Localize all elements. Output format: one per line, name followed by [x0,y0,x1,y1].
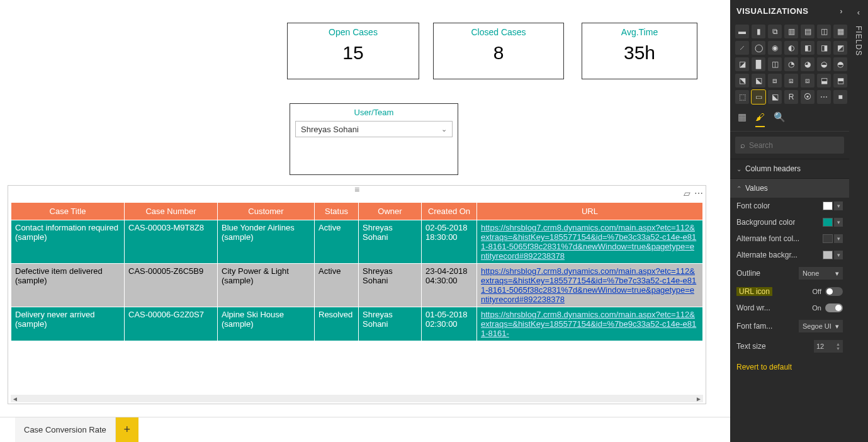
page-tab[interactable]: Case Conversion Rate [15,417,116,442]
slicer-dropdown[interactable]: Shreyas Sohani ⌄ [295,121,453,137]
url-link[interactable]: https://shrsblog7.crm8.dynamics.com/main… [481,266,696,304]
viz-type-icon[interactable]: ▭ [752,90,765,104]
viz-type-icon[interactable]: ◉ [768,41,782,55]
color-picker[interactable]: ▾ [823,234,843,243]
chevron-right-icon[interactable]: › [840,6,843,16]
viz-type-icon[interactable]: ◓ [833,57,847,71]
search-input[interactable] [749,141,843,150]
card-open-cases[interactable]: Open Cases 15 [287,23,419,79]
table-cell: 23-04-2018 04:30:00 [422,264,477,307]
format-tab-icon[interactable]: 🖌 [755,111,765,127]
column-header[interactable]: Case Title [11,203,125,220]
viz-type-icon[interactable]: ⋯ [817,90,831,104]
column-header[interactable]: Customer [218,203,315,220]
section-label: Values [745,184,768,193]
viz-type-icon[interactable]: ▤ [801,25,814,38]
visual-toolbar: ▱ ⋯ [684,188,703,198]
viz-type-icon[interactable]: ◩ [833,41,847,55]
color-picker[interactable]: ▾ [823,201,843,210]
viz-type-icon[interactable]: ⬚ [735,90,749,104]
scroll-left-icon[interactable]: ◄ [12,395,18,402]
color-picker[interactable]: ▾ [823,218,843,227]
card-closed-cases[interactable]: Closed Cases 8 [433,23,564,79]
viz-type-icon[interactable]: ◨ [817,41,831,55]
horizontal-scrollbar[interactable]: ◄ ► [11,395,703,402]
url-icon-toggle[interactable]: Off [813,287,843,296]
viz-type-icon[interactable]: ⧆ [784,74,798,88]
viz-type-icon[interactable]: ⬔ [735,74,749,88]
viz-type-icon[interactable]: ◕ [801,57,814,71]
chevron-up-icon: ⌃ [736,185,741,192]
viz-type-icon[interactable]: R [784,90,798,104]
viz-type-icon[interactable]: ⦿ [801,90,814,104]
card-value: 35h [582,42,697,64]
column-header[interactable]: URL [477,203,703,220]
chevron-down-icon: ▾ [834,218,843,227]
prop-font-color: Font color ▾ [730,198,849,214]
viz-type-icon[interactable]: ⟋ [735,41,749,55]
viz-type-icon[interactable]: ◒ [817,57,831,71]
chevron-left-icon[interactable]: ‹ [857,8,860,17]
viz-type-icon[interactable]: ⧉ [768,25,782,38]
viz-type-icon[interactable]: ⬓ [817,74,831,88]
viz-type-icon[interactable]: ⧈ [768,74,782,88]
scroll-right-icon[interactable]: ► [696,395,702,402]
column-header[interactable]: Case Number [125,203,218,220]
viz-type-icon[interactable]: ▥ [784,25,798,38]
prop-font-family: Font fam... Segoe UI ▾ [730,316,849,336]
chevron-down-icon: ⌄ [441,125,447,133]
wordwrap-toggle[interactable]: On [812,303,843,312]
viz-type-icon[interactable]: ◯ [752,41,765,55]
slicer-title: User/Team [290,108,458,117]
viz-type-icon[interactable]: ◫ [817,25,831,38]
viz-type-icon[interactable]: ⬒ [833,74,847,88]
text-size-input[interactable]: 12 ▲▼ [814,340,843,353]
table-visual[interactable]: ≡ ▱ ⋯ Case TitleCase NumberCustomerStatu… [8,185,706,404]
viz-type-icon[interactable]: █ [752,57,765,71]
viz-type-icon[interactable]: ▮ [752,25,765,38]
fields-panel-collapsed[interactable]: ‹ FIELDS [849,0,868,442]
url-link[interactable]: https://shrsblog7.crm8.dynamics.com/main… [481,310,696,338]
viz-type-icon[interactable]: ■ [833,90,847,104]
url-link[interactable]: https://shrsblog7.crm8.dynamics.com/main… [481,223,696,261]
column-header[interactable]: Created On [422,203,477,220]
section-values[interactable]: ⌃ Values [730,178,849,198]
viz-type-icon[interactable]: ⬕ [768,90,782,104]
table-cell: City Power & Light (sample) [218,264,315,307]
viz-type-icon[interactable]: ◐ [784,41,798,55]
fields-tab-icon[interactable]: ▦ [738,111,747,127]
card-avg-time[interactable]: Avg.Time 35h [582,23,697,79]
slicer-user-team[interactable]: User/Team Shreyas Sohani ⌄ [290,103,458,175]
font-family-dropdown[interactable]: Segoe UI ▾ [799,320,843,332]
table-cell: Shreyas Sohani [359,307,422,341]
visualizations-header[interactable]: VISUALIZATIONS › [730,0,849,22]
table-row[interactable]: Defective item delivered (sample)CAS-000… [11,264,703,307]
column-header[interactable]: Owner [359,203,422,220]
prop-word-wrap: Word wr... On [730,300,849,316]
viz-type-icon[interactable]: ▦ [833,25,847,38]
table-row[interactable]: Contact information required (sample)CAS… [11,220,703,264]
viz-type-icon[interactable]: ⧇ [801,74,814,88]
more-options-icon[interactable]: ⋯ [694,188,703,198]
viz-type-icon[interactable]: ▬ [735,25,749,38]
focus-mode-icon[interactable]: ▱ [684,188,690,198]
table-row[interactable]: Delivery never arrived (sample)CAS-00006… [11,307,703,341]
color-picker[interactable]: ▾ [823,251,843,259]
viz-type-icon[interactable]: ◧ [801,41,814,55]
visual-type-grid: ▬▮⧉▥▤◫▦⟋◯◉◐◧◨◩◪█◫◔◕◒◓⬔⬕⧈⧆⧇⬓⬒⬚▭⬕R⦿⋯■ [730,22,849,106]
viz-type-icon[interactable]: ⬕ [752,74,765,88]
column-header[interactable]: Status [315,203,359,220]
revert-to-default[interactable]: Revert to default [730,356,849,378]
visual-pane-tabs: ▦ 🖌 🔍 [730,106,849,132]
viz-type-icon[interactable]: ◔ [784,57,798,71]
report-canvas: Open Cases 15 Closed Cases 8 Avg.Time 35… [0,0,730,417]
analytics-tab-icon[interactable]: 🔍 [774,111,786,127]
viz-type-icon[interactable]: ◫ [768,57,782,71]
outline-dropdown[interactable]: None ▾ [799,267,843,280]
card-value: 15 [288,42,419,64]
add-page-button[interactable]: + [116,417,138,442]
section-column-headers[interactable]: ⌄ Column headers [730,159,849,178]
format-search[interactable]: ⌕ [735,137,844,154]
viz-type-icon[interactable]: ◪ [735,57,749,71]
drag-handle-icon[interactable]: ≡ [354,184,359,195]
